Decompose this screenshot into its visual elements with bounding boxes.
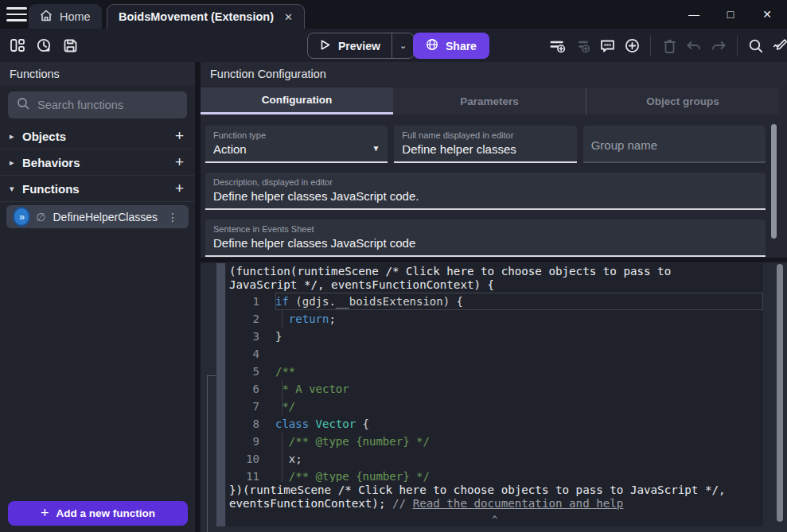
chevron-right-icon: ▸ <box>10 131 22 142</box>
code-line[interactable]: 7 */ <box>226 398 763 415</box>
chevron-right-icon: ▸ <box>10 157 22 168</box>
add-new-function-button[interactable]: + Add a new function <box>8 501 188 526</box>
sidebar-header: Functions <box>0 62 195 86</box>
code-header[interactable]: (function(runtimeScene /* Click here to … <box>226 263 763 291</box>
group-name-placeholder: Group name <box>591 130 758 152</box>
add-circle-icon[interactable] <box>623 37 641 55</box>
description-field[interactable]: Description, displayed in editor Define … <box>205 173 766 210</box>
share-button[interactable]: Share <box>413 33 489 59</box>
events-scrollbar[interactable] <box>777 264 783 522</box>
code-line[interactable]: 1if (gdjs.__boidsExtension) { <box>226 293 763 310</box>
events-sheet: (function(runtimeScene /* Click here to … <box>201 262 787 532</box>
config-tabs: Configuration Parameters Object groups <box>201 87 779 115</box>
tab-home-label: Home <box>60 10 91 23</box>
edit-pencil-icon[interactable] <box>772 37 787 55</box>
line-number: 4 <box>226 348 275 360</box>
config-scrollbar[interactable] <box>771 124 777 239</box>
preview-button[interactable]: Preview ⌄ <box>307 33 415 59</box>
sentence-value: Define helper classes JavaScript code <box>213 236 758 250</box>
trash-icon[interactable] <box>660 37 678 55</box>
add-subevent-icon[interactable] <box>574 37 591 55</box>
javascript-code-event[interactable]: (function(runtimeScene /* Click here to … <box>226 263 763 526</box>
tab-home[interactable]: Home <box>29 4 102 29</box>
tab-object-groups[interactable]: Object groups <box>586 87 779 115</box>
function-type-value: Action <box>213 142 247 156</box>
tree-label: Objects <box>22 130 173 143</box>
add-function-label: Add a new function <box>56 507 156 519</box>
code-text: return; <box>275 310 763 328</box>
line-number: 1 <box>226 295 275 308</box>
search-input[interactable] <box>37 99 173 111</box>
subevent-bracket <box>207 375 216 376</box>
tree-label: Behaviors <box>22 156 173 169</box>
code-line[interactable]: 8class Vector { <box>226 415 763 433</box>
add-behavior-button[interactable]: + <box>173 153 185 171</box>
add-event-icon[interactable] <box>549 37 567 55</box>
dropdown-caret-icon: ▼ <box>372 144 380 153</box>
line-number: 6 <box>226 382 275 395</box>
field-label: Function type <box>213 130 380 140</box>
share-label: Share <box>446 40 477 52</box>
globe-icon <box>426 38 438 53</box>
sidebar-item-behaviors[interactable]: ▸ Behaviors + <box>0 150 195 176</box>
search-functions-input[interactable] <box>8 91 187 118</box>
redo-icon[interactable] <box>710 37 727 55</box>
field-label: Description, displayed in editor <box>213 177 758 187</box>
code-line[interactable]: 10 x; <box>226 450 763 468</box>
field-label: Full name displayed in editor <box>402 130 568 140</box>
add-function-tree-button[interactable]: + <box>173 180 185 197</box>
code-lines[interactable]: 1if (gdjs.__boidsExtension) {2 return;3}… <box>226 293 763 482</box>
sidebar-item-functions[interactable]: ▾ Functions + <box>0 176 195 202</box>
window-close-button[interactable]: ✕ <box>759 6 775 22</box>
tab-configuration[interactable]: Configuration <box>201 87 393 115</box>
history-icon[interactable] <box>35 37 53 54</box>
code-text: class Vector { <box>275 415 763 433</box>
code-line[interactable]: 11 /** @type {number} */ <box>226 468 763 482</box>
add-object-button[interactable]: + <box>173 127 185 145</box>
code-text: if (gdjs.__boidsExtension) { <box>275 293 763 310</box>
hamburger-menu-icon[interactable] <box>6 7 27 21</box>
code-line[interactable]: 4 <box>226 345 763 363</box>
field-label: Sentence in Events Sheet <box>213 224 758 234</box>
code-line[interactable]: 5/** <box>226 363 763 380</box>
code-line[interactable]: 3} <box>226 328 763 345</box>
search-icon <box>17 97 30 114</box>
window-minimize-button[interactable]: — <box>686 6 702 22</box>
event-drag-handle[interactable] <box>216 263 225 526</box>
code-line[interactable]: 9 /** @type {number} */ <box>226 433 763 450</box>
sentence-field[interactable]: Sentence in Events Sheet Define helper c… <box>205 219 766 257</box>
line-number: 3 <box>226 330 275 343</box>
tab-parameters[interactable]: Parameters <box>393 87 586 115</box>
chevron-down-icon[interactable]: ⌄ <box>392 41 414 51</box>
group-name-field[interactable]: Group name <box>583 126 766 163</box>
description-value: Define helper classes JavaScript code. <box>213 189 758 203</box>
code-text: /** @type {number} */ <box>275 468 763 482</box>
private-function-icon: ∅ <box>36 211 45 223</box>
add-comment-icon[interactable] <box>598 37 616 55</box>
function-configuration-panel: Function Configuration Configuration Par… <box>201 62 787 258</box>
preview-label: Preview <box>338 40 380 52</box>
window-maximize-button[interactable]: □ <box>723 6 738 22</box>
function-type-select[interactable]: Function type ▼Action <box>205 126 388 163</box>
code-text: /** @type {number} */ <box>275 433 763 450</box>
line-number: 2 <box>226 313 275 325</box>
tab-boidsmovement[interactable]: BoidsMovement (Extension) ✕ <box>107 4 305 29</box>
project-manager-icon[interactable] <box>9 37 26 54</box>
code-line[interactable]: 6 * A vector <box>226 380 763 398</box>
code-line[interactable]: 2 return; <box>226 310 763 328</box>
undo-icon[interactable] <box>685 37 703 55</box>
code-header-line: JavaScript */, eventsFunctionContext) { <box>226 278 763 292</box>
chevron-down-icon: ▾ <box>10 184 22 194</box>
kebab-menu-icon[interactable]: ⋮ <box>165 211 181 223</box>
search-icon[interactable] <box>747 37 765 55</box>
code-text: */ <box>275 398 763 415</box>
tab-close-icon[interactable]: ✕ <box>284 11 293 23</box>
function-item-definehelperclasses[interactable]: » ∅ DefineHelperClasses ⋮ <box>6 205 189 228</box>
plus-icon: + <box>41 505 49 522</box>
documentation-link[interactable]: Read the documentation and help <box>413 497 624 510</box>
full-name-field[interactable]: Full name displayed in editor Define hel… <box>394 126 576 163</box>
save-icon[interactable] <box>61 37 79 54</box>
titlebar: Home BoidsMovement (Extension) ✕ — □ ✕ <box>0 0 787 29</box>
sidebar-item-objects[interactable]: ▸ Objects + <box>0 123 195 150</box>
home-icon <box>40 10 53 24</box>
